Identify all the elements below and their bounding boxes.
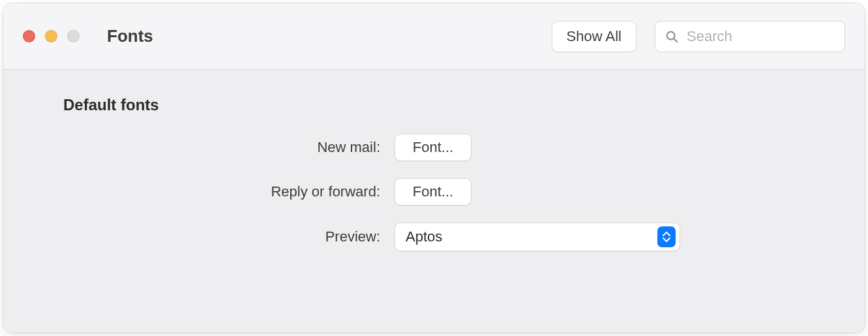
traffic-lights <box>23 30 80 42</box>
show-all-button[interactable]: Show All <box>552 21 636 52</box>
content-area: Default fonts New mail: Font... Reply or… <box>3 70 865 333</box>
zoom-window-button[interactable] <box>67 30 80 42</box>
section-title: Default fonts <box>63 96 813 114</box>
search-input[interactable] <box>687 28 835 45</box>
reply-forward-font-button-label: Font... <box>413 183 453 200</box>
preferences-window: Fonts Show All Default fonts New mail: F… <box>3 3 865 333</box>
svg-point-0 <box>667 31 675 39</box>
new-mail-font-button-label: Font... <box>413 139 453 156</box>
close-window-button[interactable] <box>23 30 35 42</box>
new-mail-label: New mail: <box>55 139 395 156</box>
preview-font-value: Aptos <box>406 228 442 245</box>
show-all-label: Show All <box>567 28 621 45</box>
updown-arrows-icon <box>657 226 676 247</box>
minimize-window-button[interactable] <box>45 30 57 42</box>
svg-line-1 <box>674 38 678 42</box>
window-title: Fonts <box>107 26 153 46</box>
search-icon <box>665 29 679 44</box>
preview-label: Preview: <box>55 228 395 245</box>
default-fonts-form: New mail: Font... Reply or forward: Font… <box>55 134 813 251</box>
new-mail-font-button[interactable]: Font... <box>395 134 471 161</box>
reply-forward-label: Reply or forward: <box>55 183 395 200</box>
preview-font-select[interactable]: Aptos <box>395 222 680 251</box>
reply-forward-font-button[interactable]: Font... <box>395 178 471 206</box>
titlebar: Fonts Show All <box>3 3 865 70</box>
search-field[interactable] <box>655 21 845 52</box>
